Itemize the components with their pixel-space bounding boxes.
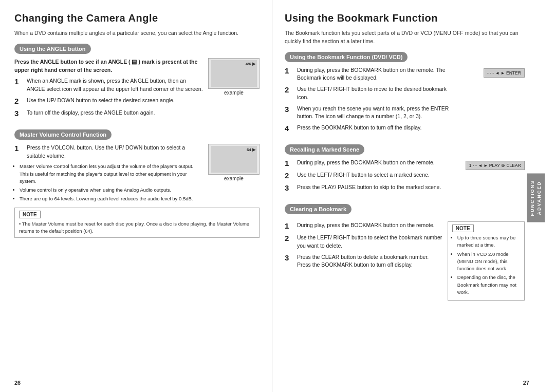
clearing-bookmark-section: Clearing a Bookmark 1 During play, press…	[285, 204, 525, 301]
recall-step-2: 2 Use the LEFT/ RIGHT button to select a…	[285, 171, 454, 180]
bookmark-step-4: 4 Press the BOOKMARK button to turn off …	[285, 124, 454, 133]
clearing-bookmark-header: Clearing a Bookmark	[285, 204, 351, 214]
bookmark-function-header: Using the Bookmark Function (DVD/ VCD)	[285, 52, 408, 62]
clear-step-2: 2 Use the LEFT/ RIGHT button to select t…	[285, 234, 443, 250]
left-column: Changing the Camera Angle When a DVD con…	[0, 0, 272, 392]
left-page-num: 26	[14, 380, 21, 386]
clear-step-3: 3 Press the CLEAR button to delete a boo…	[285, 253, 443, 270]
volume-screen-text: 64 ▶	[247, 147, 255, 152]
master-volume-section: Master Volume Control Function 1 Press t…	[14, 129, 260, 238]
recall-step-1: 1 During play, press the BOOKMARK button…	[285, 159, 454, 168]
recall-display: 1 - - ◄ ► PLAY ⊗ CLEAR	[466, 161, 525, 170]
bookmark-display: - - - ◄ ► ENTER	[484, 68, 525, 78]
volume-screen: 64 ▶	[208, 144, 260, 175]
angle-example: 4/6 ▶ example	[208, 58, 260, 96]
right-main-content: Using the Bookmark Function The Bookmark…	[285, 12, 525, 384]
master-volume-header: Master Volume Control Function	[14, 129, 112, 140]
bookmark-step-2: 2 Use the LEFT/ RIGHT button to move to …	[285, 85, 454, 102]
clear-step-1: 1 During play, press the BOOKMARK button…	[285, 221, 443, 231]
volume-note-text: • The Master Volume must be reset for ea…	[19, 220, 255, 235]
angle-steps: 1 When an ANGLE mark is shown, press the…	[14, 77, 203, 118]
volume-bullets: Master Volume Control function lets you …	[14, 163, 203, 202]
bookmark-step-3: 3 When you reach the scene you want to m…	[285, 105, 454, 121]
recalling-scene-section: Recalling a Marked Scene 1 During play, …	[285, 144, 525, 196]
right-note-bullet-3: Depending on the disc, the Bookmark func…	[457, 274, 520, 296]
volume-steps: 1 Press the VOLCON. button. Use the UP/ …	[14, 144, 203, 160]
volume-bullet-1: Master Volume Control function lets you …	[20, 163, 203, 185]
angle-screen-text: 4/6 ▶	[246, 62, 255, 66]
angle-section-header: Using the ANGLE button	[14, 44, 91, 54]
volume-step-1: 1 Press the VOLCON. button. Use the UP/ …	[14, 144, 203, 160]
volume-note-box: NOTE • The Master Volume must be reset f…	[14, 208, 260, 238]
advanced-functions-tab: ADVANCEDFUNCTIONS	[527, 174, 545, 222]
recall-steps: 1 During play, press the BOOKMARK button…	[285, 159, 454, 193]
right-note-bullet-1: Up to three scenes may be marked at a ti…	[457, 234, 520, 249]
angle-screen: 4/6 ▶	[208, 58, 260, 89]
volume-note-title: NOTE	[19, 211, 41, 218]
left-title: Changing the Camera Angle	[14, 12, 260, 24]
bookmark-step-1: 1 During play, press the BOOKMARK button…	[285, 66, 454, 83]
angle-step-3: 3 To turn off the display, press the ANG…	[14, 109, 203, 118]
right-column: Using the Bookmark Function The Bookmark…	[272, 0, 555, 392]
recalling-scene-header: Recalling a Marked Scene	[285, 144, 364, 155]
right-note-box: NOTE Up to three scenes may be marked at…	[448, 221, 525, 301]
angle-step-1: 1 When an ANGLE mark is shown, press the…	[14, 77, 203, 94]
right-note-bullets: Up to three scenes may be marked at a ti…	[452, 234, 520, 296]
left-intro: When a DVD contains multiple angles of a…	[14, 29, 260, 38]
volume-example-label: example	[224, 176, 244, 181]
angle-example-label: example	[224, 90, 244, 96]
volume-bullet-2: Volume control is only operative when us…	[20, 186, 203, 194]
angle-step-2: 2 Use the UP/ DOWN button to select the …	[14, 97, 203, 106]
volume-example: 64 ▶ example	[208, 144, 260, 181]
bookmark-function-section: Using the Bookmark Function (DVD/ VCD) 1…	[285, 52, 525, 137]
bookmark-function-steps: 1 During play, press the BOOKMARK button…	[285, 66, 454, 134]
right-page-num: 27	[523, 380, 529, 386]
recall-step-3: 3 Press the PLAY/ PAUSE button to skip t…	[285, 183, 454, 193]
clear-steps: 1 During play, press the BOOKMARK button…	[285, 221, 443, 269]
right-title: Using the Bookmark Function	[285, 12, 525, 24]
angle-button-section: Using the ANGLE button Press the ANGLE b…	[14, 44, 260, 121]
angle-bold-instruction: Press the ANGLE button to see if an ANGL…	[14, 58, 203, 74]
right-note-bullet-2: When in VCD 2.0 mode (MENU ON mode), thi…	[457, 251, 520, 273]
right-intro: The Bookmark function lets you select pa…	[285, 29, 525, 46]
volume-bullet-3: There are up to 64 levels. Lowering each…	[20, 195, 203, 202]
right-note-title: NOTE	[452, 225, 474, 232]
